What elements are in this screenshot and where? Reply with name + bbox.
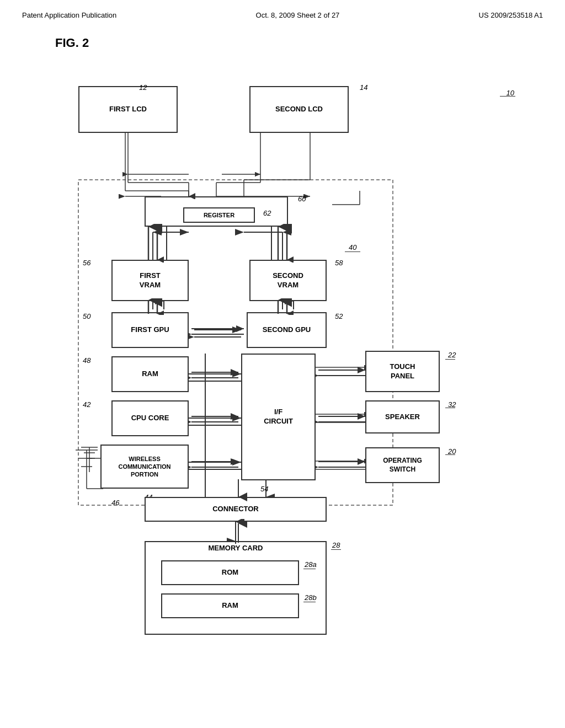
ref-14: 14 <box>360 83 367 92</box>
wireless-box: WIRELESS COMMUNICATION PORTION <box>100 445 189 489</box>
ref-50: 50 <box>83 312 90 320</box>
speaker-box: SPEAKER <box>365 400 440 433</box>
ref-60: 60 <box>298 195 306 203</box>
ram-box: RAM <box>111 356 189 392</box>
lcd-ctrl-connections-svg <box>100 133 288 199</box>
ref-48: 48 <box>83 356 90 365</box>
ram2-box: RAM <box>161 593 299 618</box>
ref-52: 52 <box>335 312 343 320</box>
first-vram-box: FIRST VRAM <box>111 260 189 301</box>
header-center: Oct. 8, 2009 Sheet 2 of 27 <box>256 11 340 19</box>
ref-58: 58 <box>335 259 343 267</box>
ram-if-arrows-svg <box>189 366 244 385</box>
header: Patent Application Publication Oct. 8, 2… <box>22 11 543 19</box>
ref-54: 54 <box>260 485 268 493</box>
first-gpu-box: FIRST GPU <box>111 312 189 348</box>
gpu-arrows-svg <box>189 320 249 342</box>
ref-12: 12 <box>139 83 147 92</box>
figure-label: FIG. 2 <box>55 36 543 50</box>
fgpu-fvram-arrows-svg <box>142 298 164 315</box>
cpu-core-box: CPU CORE <box>111 400 189 436</box>
register-box: REGISTER <box>183 207 255 223</box>
page: Patent Application Publication Oct. 8, 2… <box>0 0 565 728</box>
if-opswitch-arrows-svg <box>316 455 371 474</box>
second-gpu-box: SECOND GPU <box>247 312 327 348</box>
ref-28a: 28a <box>305 560 317 569</box>
antenna-svg <box>70 445 103 494</box>
svram-lcd-arrows-svg <box>271 224 294 263</box>
first-lcd-box: FIRST LCD <box>78 86 178 133</box>
diagram: 10 FIRST LCD 12 SECOND LCD 14 LCD CONTRO… <box>34 61 531 668</box>
ref-42: 42 <box>83 400 90 409</box>
ref-56: 56 <box>83 259 90 267</box>
rom-box: ROM <box>161 560 299 585</box>
ref-28: 28 <box>332 541 340 549</box>
second-vram-box: SECOND VRAM <box>249 260 327 301</box>
if-speaker-arrows-svg <box>316 410 371 429</box>
conn-up-arrow-svg <box>216 479 260 501</box>
if-circuit-box: I/F CIRCUIT <box>241 354 316 480</box>
sgpu-svram-arrows-svg <box>271 298 294 315</box>
fvram-lcd-arrows-svg <box>142 224 164 263</box>
ref-28b: 28b <box>305 593 317 602</box>
touch-panel-box: TOUCH PANEL <box>365 351 440 392</box>
memory-card-box <box>145 541 327 635</box>
ref-22: 22 <box>448 351 456 359</box>
ref-40: 40 <box>349 243 356 251</box>
ref-62: 62 <box>263 209 271 217</box>
second-lcd-box: SECOND LCD <box>249 86 349 133</box>
operating-switch-box: OPERATING SWITCH <box>365 447 440 483</box>
if-touch-arrows-svg <box>316 363 371 383</box>
header-left: Patent Application Publication <box>22 11 116 19</box>
ref-46: 46 <box>111 499 119 507</box>
header-right: US 2009/253518 A1 <box>479 11 543 19</box>
wireless-if-arrows-svg <box>189 455 244 474</box>
conn-mem-arrow-svg <box>216 521 260 545</box>
cpu-if-arrows-svg <box>189 410 244 429</box>
